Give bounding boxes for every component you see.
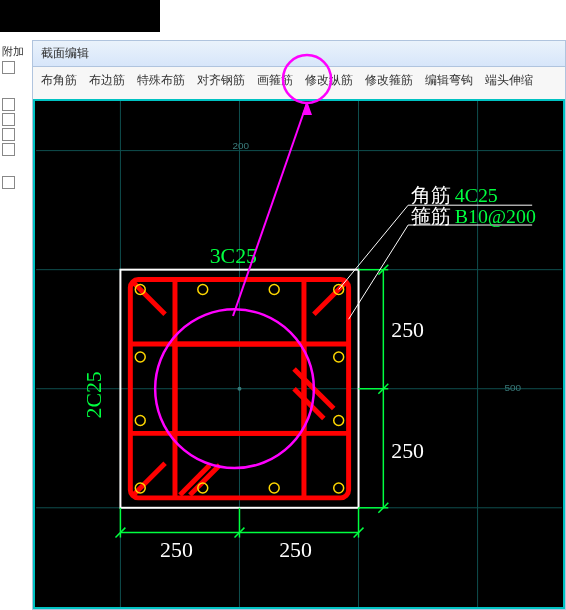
top-rebar-label: 3C25 [210,244,257,268]
tb-mod-long[interactable]: 修改纵筋 [303,71,355,90]
callouts: 角筋 4C25 箍筋 B10@200 [339,184,536,319]
tb-edit-hook[interactable]: 编辑弯钩 [423,71,475,90]
side-checkbox[interactable] [2,61,15,74]
side-checkbox[interactable] [2,113,15,126]
svg-point-25 [135,416,145,426]
label-corner-val: 4C25 [455,184,498,206]
tick-200: 200 [233,140,250,151]
svg-point-26 [334,416,344,426]
side-panel: 附加 [0,40,30,191]
window-blackbar [0,0,160,32]
tb-align[interactable]: 对齐钢筋 [195,71,247,90]
svg-point-21 [269,285,279,295]
label-stirrup-val: B10@200 [455,205,536,227]
side-checkbox[interactable] [2,128,15,141]
tb-draw-stirrup[interactable]: 画箍筋 [255,71,295,90]
side-checkbox[interactable] [2,176,15,189]
svg-point-20 [198,285,208,295]
svg-line-12 [133,283,165,315]
dim-h1: 250 [160,538,193,562]
tb-special[interactable]: 特殊布筋 [135,71,187,90]
side-label: 附加 [2,44,28,59]
side-checkbox[interactable] [2,143,15,156]
svg-line-14 [133,463,165,495]
tb-end-ext[interactable]: 端头伸缩 [483,71,535,90]
tb-mod-stirrup[interactable]: 修改箍筋 [363,71,415,90]
drawing-svg: 200 500 [35,101,563,607]
label-corner: 角筋 [411,184,451,206]
section-editor: 截面编辑 布角筋 布边筋 特殊布筋 对齐钢筋 画箍筋 修改纵筋 修改箍筋 编辑弯… [32,40,566,610]
svg-point-23 [135,352,145,362]
dim-h2: 250 [279,538,312,562]
grid: 200 500 [36,101,562,607]
svg-point-24 [334,352,344,362]
tb-edge[interactable]: 布边筋 [87,71,127,90]
dim-v1: 250 [391,318,424,342]
svg-point-29 [269,483,279,493]
label-stirrup: 箍筋 [411,205,451,227]
dim-v2: 250 [391,439,424,463]
svg-point-30 [334,483,344,493]
svg-line-46 [339,205,408,289]
side-checkbox[interactable] [2,98,15,111]
left-rebar-label: 2C25 [82,371,106,418]
tb-corner[interactable]: 布角筋 [39,71,79,90]
svg-point-31 [237,387,241,391]
tick-500: 500 [504,382,521,393]
drawing-canvas[interactable]: 200 500 [33,99,565,609]
editor-title: 截面编辑 [33,41,565,67]
